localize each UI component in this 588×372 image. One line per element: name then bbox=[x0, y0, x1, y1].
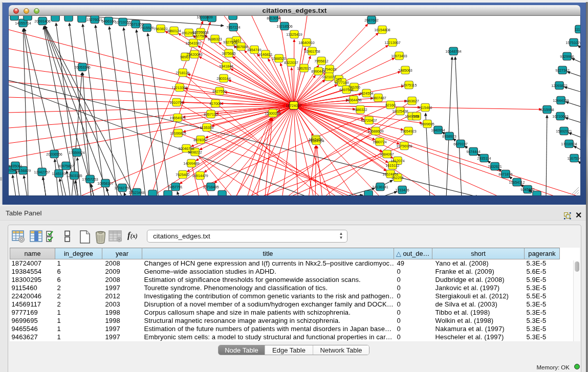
svg-text:7955812: 7955812 bbox=[314, 59, 329, 63]
svg-text:15300295: 15300295 bbox=[265, 112, 281, 116]
svg-text:1167534: 1167534 bbox=[567, 157, 580, 161]
svg-text:8322037: 8322037 bbox=[284, 61, 298, 65]
svg-text:16543382: 16543382 bbox=[185, 41, 202, 46]
svg-text:7625402: 7625402 bbox=[176, 173, 190, 177]
svg-text:9463627: 9463627 bbox=[405, 99, 419, 103]
svg-text:26053346: 26053346 bbox=[74, 65, 91, 70]
svg-text:17957253: 17957253 bbox=[82, 178, 98, 182]
svg-text:8427552: 8427552 bbox=[212, 90, 227, 94]
svg-text:12213369: 12213369 bbox=[171, 86, 188, 90]
svg-text:1880724: 1880724 bbox=[373, 140, 387, 144]
svg-text:11156829: 11156829 bbox=[15, 169, 31, 173]
svg-text:12503135: 12503135 bbox=[66, 174, 82, 178]
svg-text:13325419: 13325419 bbox=[286, 33, 302, 37]
svg-text:19654925: 19654925 bbox=[169, 116, 186, 120]
svg-text:7886322: 7886322 bbox=[353, 108, 367, 112]
svg-text:14055714: 14055714 bbox=[15, 21, 31, 26]
svg-text:15892971: 15892971 bbox=[556, 129, 572, 134]
svg-text:6794028: 6794028 bbox=[322, 68, 337, 72]
svg-text:2867608: 2867608 bbox=[234, 45, 248, 49]
svg-text:12444159: 12444159 bbox=[553, 99, 569, 103]
svg-text:9341848: 9341848 bbox=[219, 64, 233, 69]
svg-text:15716485: 15716485 bbox=[203, 185, 219, 189]
svg-text:12323448: 12323448 bbox=[128, 191, 145, 195]
svg-text:19166825: 19166825 bbox=[170, 132, 186, 136]
svg-text:10973493: 10973493 bbox=[391, 54, 407, 58]
svg-text:1615112: 1615112 bbox=[385, 164, 399, 168]
svg-text:30975867: 30975867 bbox=[58, 164, 74, 168]
svg-text:1145193: 1145193 bbox=[52, 172, 66, 176]
svg-text:9245652: 9245652 bbox=[520, 188, 535, 192]
svg-text:6679197: 6679197 bbox=[453, 142, 468, 146]
svg-text:2687682: 2687682 bbox=[364, 18, 379, 23]
svg-text:14136141: 14136141 bbox=[372, 185, 388, 189]
svg-text:8267130: 8267130 bbox=[204, 113, 218, 117]
svg-text:9084067: 9084067 bbox=[380, 152, 394, 157]
svg-text:2935114: 2935114 bbox=[477, 157, 491, 161]
svg-text:15276021: 15276021 bbox=[86, 18, 103, 22]
svg-text:1135359: 1135359 bbox=[200, 126, 213, 130]
svg-text:16210643: 16210643 bbox=[552, 115, 569, 119]
svg-text:1335061: 1335061 bbox=[9, 164, 23, 168]
svg-text:6497568: 6497568 bbox=[339, 88, 354, 92]
svg-text:7857224: 7857224 bbox=[226, 26, 241, 30]
svg-text:19756928: 19756928 bbox=[396, 144, 412, 148]
svg-text:9327505: 9327505 bbox=[193, 34, 207, 38]
svg-text:8938923: 8938923 bbox=[442, 135, 456, 139]
svg-text:19218506: 19218506 bbox=[276, 25, 293, 29]
svg-text:9699695: 9699695 bbox=[420, 122, 434, 126]
svg-text:1612074: 1612074 bbox=[390, 159, 405, 163]
svg-text:20364436: 20364436 bbox=[345, 98, 362, 102]
svg-text:19384554: 19384554 bbox=[308, 139, 324, 143]
svg-text:16033809: 16033809 bbox=[197, 16, 213, 19]
svg-text:17359924: 17359924 bbox=[69, 151, 85, 155]
svg-text:16914479: 16914479 bbox=[192, 174, 208, 178]
svg-text:417006: 417006 bbox=[209, 102, 222, 106]
svg-text:8215958: 8215958 bbox=[540, 108, 554, 112]
svg-text:984: 984 bbox=[413, 115, 420, 119]
svg-text:62160: 62160 bbox=[385, 103, 396, 107]
svg-text:1362615: 1362615 bbox=[297, 67, 311, 71]
svg-text:9227342: 9227342 bbox=[555, 69, 570, 73]
svg-text:16648784: 16648784 bbox=[445, 50, 462, 54]
svg-text:9146821: 9146821 bbox=[258, 53, 273, 57]
svg-text:18640910: 18640910 bbox=[298, 41, 315, 45]
svg-text:9457791: 9457791 bbox=[168, 185, 183, 189]
svg-text:7485063: 7485063 bbox=[398, 69, 412, 73]
svg-text:8878352: 8878352 bbox=[193, 138, 208, 142]
svg-text:10807487: 10807487 bbox=[370, 96, 386, 100]
svg-text:8813054: 8813054 bbox=[267, 16, 281, 20]
svg-text:12213967: 12213967 bbox=[384, 41, 401, 45]
svg-text:8454749: 8454749 bbox=[247, 48, 262, 52]
svg-text:10654112: 10654112 bbox=[509, 181, 525, 185]
svg-text:5498222: 5498222 bbox=[188, 150, 202, 155]
svg-text:1010755: 1010755 bbox=[169, 101, 184, 105]
svg-text:10958107: 10958107 bbox=[97, 182, 114, 186]
svg-text:7632621: 7632621 bbox=[488, 165, 502, 169]
svg-text:10025438: 10025438 bbox=[392, 110, 408, 114]
svg-text:7515526: 7515526 bbox=[140, 26, 154, 30]
svg-text:8186323: 8186323 bbox=[208, 37, 222, 41]
svg-text:16154808: 16154808 bbox=[374, 28, 390, 32]
svg-text:6466160: 6466160 bbox=[101, 19, 116, 24]
svg-text:16782759: 16782759 bbox=[114, 186, 130, 190]
svg-text:12975115: 12975115 bbox=[401, 83, 417, 87]
svg-text:20206556: 20206556 bbox=[46, 152, 62, 157]
svg-text:17016504: 17016504 bbox=[561, 142, 577, 146]
svg-text:15720407: 15720407 bbox=[361, 119, 377, 123]
svg-text:10688609: 10688609 bbox=[367, 129, 384, 134]
svg-text:1733426: 1733426 bbox=[395, 188, 409, 192]
svg-text:3875685: 3875685 bbox=[222, 52, 236, 56]
svg-text:9115460: 9115460 bbox=[418, 106, 432, 110]
svg-text:8471876: 8471876 bbox=[498, 172, 513, 177]
svg-text:9329966: 9329966 bbox=[560, 55, 574, 59]
svg-text:7663822: 7663822 bbox=[154, 27, 168, 31]
svg-text:18724007: 18724007 bbox=[286, 104, 302, 108]
svg-text:2718126: 2718126 bbox=[176, 71, 190, 75]
svg-text:1588520: 1588520 bbox=[272, 57, 286, 61]
svg-text:14099489: 14099489 bbox=[183, 162, 200, 166]
svg-text:23420046: 23420046 bbox=[186, 53, 203, 57]
svg-text:12942757: 12942757 bbox=[34, 170, 50, 174]
svg-text:2803144: 2803144 bbox=[216, 77, 231, 81]
svg-text:11171: 11171 bbox=[575, 28, 580, 32]
